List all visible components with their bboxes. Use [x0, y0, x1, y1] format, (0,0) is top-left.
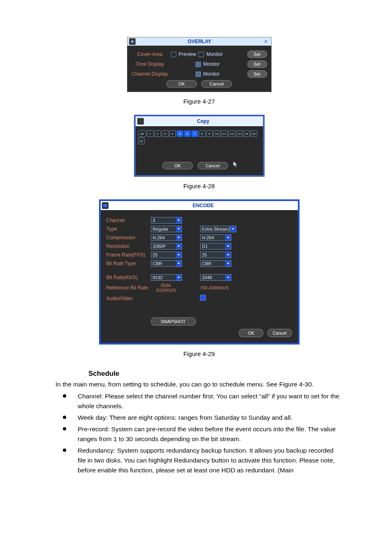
ref-value: 3584-8192Kb/S — [151, 283, 182, 293]
channel-select[interactable]: 3 — [151, 217, 182, 224]
extra-type-value: Extra Stream1 — [202, 227, 231, 231]
chevron-down-icon — [176, 243, 182, 249]
cover-monitor-checkbox[interactable] — [198, 52, 204, 57]
copy-title: Copy — [145, 118, 261, 124]
fps-value: 25 — [153, 252, 158, 257]
chevron-down-icon — [176, 217, 182, 223]
encode-dialog: ENCODE Channel 3 Type Regular Extra Stre… — [99, 199, 300, 345]
cover-area-label: Cover-Area — [131, 51, 168, 57]
channel-display-row: Channel Display Monitor Set — [131, 70, 267, 78]
type-select[interactable]: Regular — [151, 226, 182, 232]
channel-4-button[interactable]: 4 — [169, 130, 176, 137]
channel-5-button[interactable]: 5 — [177, 130, 183, 137]
type-value: Regular — [153, 227, 169, 231]
channel-1-button[interactable]: 1 — [147, 130, 154, 137]
channel-9-button[interactable]: 9 — [206, 130, 213, 137]
encode-title: ENCODE — [110, 203, 297, 208]
chevron-down-icon — [225, 252, 231, 258]
extra-br-select[interactable]: 2048 — [200, 274, 231, 281]
chevron-down-icon — [176, 235, 182, 240]
channel-15-button[interactable]: 15 — [251, 130, 257, 137]
compression-select[interactable]: H.264 — [151, 234, 182, 241]
channel-11-button[interactable]: 11 — [221, 130, 228, 137]
extra-compression-value: H.264 — [202, 235, 214, 240]
compression-label: Compression — [106, 235, 151, 240]
encode-cancel-button[interactable]: Cancel — [267, 329, 292, 337]
overlay-close-icon[interactable]: ✕ — [262, 39, 270, 44]
channel-value: 3 — [153, 218, 155, 223]
channel-6-button[interactable]: 6 — [184, 130, 191, 137]
br-select[interactable]: 8192 — [151, 274, 182, 281]
channel-3-button[interactable]: 3 — [162, 130, 168, 137]
chan-set-button[interactable]: Set — [247, 70, 267, 78]
extra-fps-select[interactable]: 25 — [200, 252, 231, 258]
overlay-ok-button[interactable]: OK — [166, 80, 197, 88]
schedule-intro: In the main menu, from setting to schedu… — [55, 379, 343, 389]
channel-12-button[interactable]: 12 — [228, 130, 235, 137]
chevron-down-icon — [225, 275, 231, 280]
chevron-down-icon — [225, 235, 231, 240]
chan-monitor-checkbox[interactable] — [196, 72, 201, 77]
channel-8-button[interactable]: 8 — [199, 130, 205, 137]
cover-area-set-button[interactable]: Set — [247, 51, 267, 58]
overlay-title: OVERLAY — [137, 39, 262, 44]
copy-ok-button[interactable]: OK — [162, 162, 193, 169]
overlay-titlebar: OVERLAY ✕ — [127, 37, 271, 46]
extra-ref-value: 768-4096Kb/S — [200, 285, 229, 290]
chevron-down-icon — [225, 261, 231, 266]
schedule-bullet: Pre-record: System can pre-record the vi… — [55, 424, 343, 444]
channel-13-button[interactable]: 13 — [236, 130, 242, 137]
extra-type-select[interactable]: Extra Stream1 — [200, 226, 236, 232]
extra-brtype-select[interactable]: CBR — [200, 260, 231, 267]
time-display-label: Time Display — [131, 61, 168, 67]
brtype-select[interactable]: CBR — [151, 260, 182, 267]
time-monitor-label: Monitor — [203, 61, 220, 67]
copy-channel-row: All12345678910111213141516 — [138, 130, 261, 144]
channel-all-button[interactable]: All — [138, 130, 146, 137]
channel-16-button[interactable]: 16 — [138, 138, 145, 144]
channel-7-button[interactable]: 7 — [191, 130, 198, 137]
copy-dialog: Copy All12345678910111213141516 OK Cance… — [134, 115, 265, 177]
brtype-label: Bit Rate Type — [106, 261, 151, 266]
br-value: 8192 — [153, 275, 163, 280]
copy-cancel-button[interactable]: Cancel — [198, 162, 228, 169]
channel-10-button[interactable]: 10 — [214, 130, 220, 137]
extra-fps-value: 25 — [202, 252, 207, 257]
snapshot-button[interactable]: SNAPSHOT — [151, 317, 196, 326]
resolution-label: Resolution — [106, 243, 151, 249]
copy-logo-icon — [137, 118, 144, 125]
extra-compression-select[interactable]: H.264 — [200, 234, 231, 241]
fps-label: Frame Rate(FPS) — [106, 252, 151, 258]
schedule-bullets: Channel: Please select the channel numbe… — [55, 391, 343, 475]
av-checkbox[interactable] — [200, 295, 206, 301]
channel-2-button[interactable]: 2 — [154, 130, 161, 137]
chevron-down-icon — [176, 275, 182, 280]
time-monitor-checkbox[interactable] — [196, 62, 201, 67]
br-label: Bit Rate(Kb/S) — [106, 275, 151, 280]
resolution-select[interactable]: 1080P — [151, 243, 182, 250]
resolution-value: 1080P — [153, 244, 166, 249]
schedule-bullet: Channel: Please select the channel numbe… — [55, 391, 343, 411]
encode-ok-button[interactable]: OK — [239, 329, 263, 337]
channel-14-button[interactable]: 14 — [243, 130, 250, 137]
overlay-cancel-button[interactable]: Cancel — [201, 80, 232, 88]
ref-label: Reference Bit Rate — [106, 285, 151, 291]
preview-checkbox[interactable] — [171, 52, 176, 57]
chevron-down-icon — [176, 226, 182, 232]
extra-br-value: 2048 — [202, 275, 212, 280]
chevron-down-icon — [176, 261, 182, 266]
time-set-button[interactable]: Set — [247, 60, 267, 68]
channel-display-label: Channel Display — [131, 71, 168, 77]
extra-resolution-select[interactable]: D1 — [200, 243, 231, 250]
overlay-logo-icon — [129, 38, 136, 45]
overlay-dialog: OVERLAY ✕ Cover-Area Preview Monitor Set… — [127, 37, 272, 92]
brtype-value: CBR — [153, 261, 162, 266]
schedule-bullet: Redundancy: System supports redundancy b… — [55, 446, 343, 475]
figure-4-27-caption: Figure 4-27 — [55, 98, 343, 105]
preview-checkbox-label: Preview — [179, 51, 196, 57]
type-label: Type — [106, 226, 151, 232]
chan-monitor-label: Monitor — [203, 71, 220, 77]
fps-select[interactable]: 25 — [151, 252, 182, 258]
av-label: Audio/Video — [106, 296, 151, 301]
cover-area-row: Cover-Area Preview Monitor Set — [131, 51, 267, 58]
